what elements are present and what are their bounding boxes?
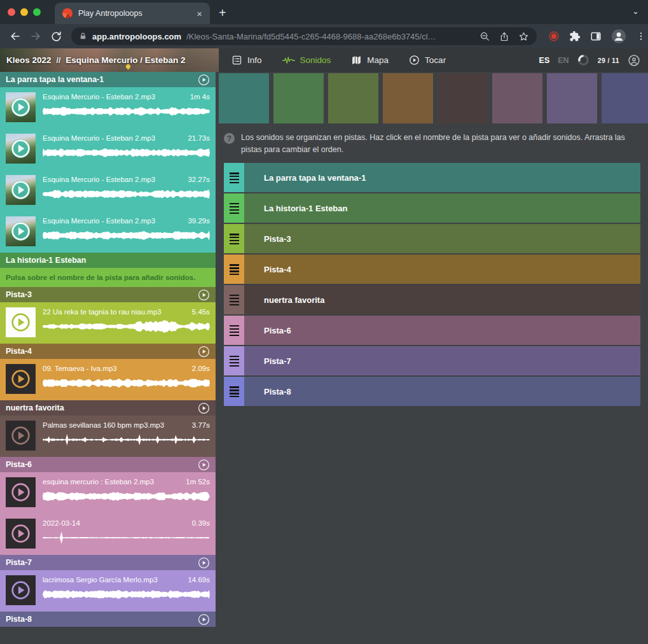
main-track-row[interactable]: La parra tapa la ventana-1 [224,163,640,192]
track-play-button[interactable] [198,459,210,471]
back-icon[interactable] [6,27,24,45]
track-header[interactable]: Pista-7 [0,555,216,570]
clip-thumbnail[interactable] [6,216,36,246]
clip-waveform[interactable] [43,375,210,391]
clip-waveform[interactable] [43,587,210,602]
clip-thumbnail[interactable] [6,134,36,164]
track-play-button[interactable] [198,74,210,86]
clip-play-icon[interactable] [10,179,31,200]
clip-play-icon[interactable] [10,523,31,544]
reload-icon[interactable] [47,27,65,45]
audio-clip[interactable]: Esquina Mercurio - Esteban 2.mp3 39.29s [0,211,216,253]
main-track-bar[interactable]: nuertra favorita [244,285,640,314]
window-close-button[interactable] [8,8,15,16]
share-icon[interactable] [499,31,509,42]
nav-tab-mapa[interactable]: Mapa [351,55,389,66]
main-track-bar[interactable]: Pista-4 [244,255,640,284]
track-header[interactable]: Pista-6 [0,457,216,472]
track-play-button[interactable] [198,402,210,414]
clip-thumbnail[interactable] [6,92,36,122]
drag-handle[interactable] [224,285,244,314]
audio-clip[interactable]: Palmas sevillanas 160 bpm mp3.mp3 3.77s [0,416,216,457]
window-zoom-button[interactable] [33,8,41,16]
track-header[interactable]: La parra tapa la ventana-1 [0,72,216,87]
clip-waveform[interactable] [43,530,210,545]
clip-waveform[interactable] [43,186,210,202]
audio-clip[interactable]: 22 Ua reka te tagnia to rau niau.mp3 5.4… [0,302,216,344]
audio-clip[interactable]: Esquina Mercurio - Esteban 2.mp3 32.27s [0,170,216,211]
bookmark-star-icon[interactable] [518,31,529,42]
track-header[interactable]: nuertra favorita [0,400,216,416]
main-track-bar[interactable]: Pista-3 [244,224,640,253]
clip-thumbnail[interactable] [6,519,36,549]
main-track-row[interactable]: Pista-4 [224,255,640,284]
audio-clip[interactable]: esquina mercurio : Esteban 2.mp3 1m 52s [0,472,216,514]
window-minimize-button[interactable] [20,8,28,16]
nav-tab-tocar[interactable]: Tocar [409,55,446,66]
record-indicator-icon[interactable] [548,31,560,42]
clip-thumbnail[interactable] [6,307,36,337]
url-bar[interactable]: app.antropoloops.com/Kleos-Santa-Marina/… [71,27,537,45]
main-track-row[interactable]: nuertra favorita [224,285,640,314]
account-icon[interactable] [628,54,640,67]
audio-clip[interactable]: 09. Temaeva - Iva.mp3 2.09s [0,359,216,400]
audio-clip[interactable]: lacrimosa Sergio García Merlo.mp3 14.69s [0,570,216,612]
clip-play-icon[interactable] [10,368,31,389]
clip-waveform[interactable] [43,145,210,160]
track-play-button[interactable] [198,289,210,301]
drag-handle[interactable] [224,255,244,284]
main-track-bar[interactable]: La historia-1 Esteban [244,193,640,223]
clip-waveform[interactable] [43,489,210,504]
profile-avatar-icon[interactable] [611,29,626,44]
track-header[interactable]: Pista-3 [0,287,216,302]
drag-handle[interactable] [224,163,244,192]
clip-play-icon[interactable] [10,221,31,242]
clip-play-icon[interactable] [10,425,31,446]
clip-thumbnail[interactable] [6,175,36,205]
nav-tab-info[interactable]: Info [231,55,262,66]
clip-waveform[interactable] [43,104,210,119]
drag-handle[interactable] [224,346,244,375]
clip-waveform[interactable] [43,228,210,243]
clip-play-icon[interactable] [10,580,31,601]
breadcrumb[interactable]: Kleos 2022 // Esquina Mercurio / Esteban… [0,48,219,72]
clip-waveform[interactable] [43,432,210,447]
main-track-bar[interactable]: Pista-6 [244,316,640,345]
language-es-button[interactable]: ES [539,56,550,65]
tab-search-chevron-icon[interactable]: ⌄ [632,6,639,16]
track-header[interactable]: Pista-8 [0,612,216,627]
clip-thumbnail[interactable] [6,575,36,605]
clip-play-icon[interactable] [10,482,31,503]
audio-clip[interactable]: Esquina Mercurio - Esteban 2.mp3 1m 4s [0,87,216,129]
main-track-row[interactable]: La historia-1 Esteban [224,193,640,223]
new-tab-button[interactable]: + [219,6,226,24]
main-track-row[interactable]: Pista-7 [224,346,640,375]
track-play-button[interactable] [198,346,210,358]
nav-tab-sonidos[interactable]: Sonidos [282,55,331,66]
clip-thumbnail[interactable] [6,364,36,394]
clip-thumbnail[interactable] [6,421,36,451]
main-track-row[interactable]: Pista-6 [224,316,640,345]
clip-waveform[interactable] [43,319,210,334]
extensions-puzzle-icon[interactable] [569,31,581,42]
tab-close-icon[interactable]: × [196,9,202,18]
audio-clip[interactable]: Esquina Mercurio - Esteban 2.mp3 21.73s [0,129,216,170]
clip-play-icon[interactable] [10,97,31,118]
breadcrumb-project[interactable]: Kleos 2022 [6,55,52,65]
main-track-bar[interactable]: Pista-7 [244,346,640,375]
main-track-bar[interactable]: Pista-8 [244,377,640,406]
main-track-row[interactable]: Pista-8 [224,377,640,406]
forward-icon[interactable] [27,27,45,45]
clip-play-icon[interactable] [10,138,31,159]
drag-handle[interactable] [224,377,244,406]
clip-thumbnail[interactable] [6,477,36,507]
track-header[interactable]: Pista-4 [0,344,216,359]
drag-handle[interactable] [224,316,244,345]
side-panel-icon[interactable] [590,31,602,42]
browser-menu-icon[interactable] [636,31,646,42]
audio-clip[interactable]: 2022-03-14 0.39s [0,514,216,555]
track-play-button[interactable] [198,557,210,569]
browser-tab[interactable]: Play Antropoloops × [55,3,210,24]
main-track-bar[interactable]: La parra tapa la ventana-1 [244,163,640,192]
zoom-out-icon[interactable] [479,31,490,42]
